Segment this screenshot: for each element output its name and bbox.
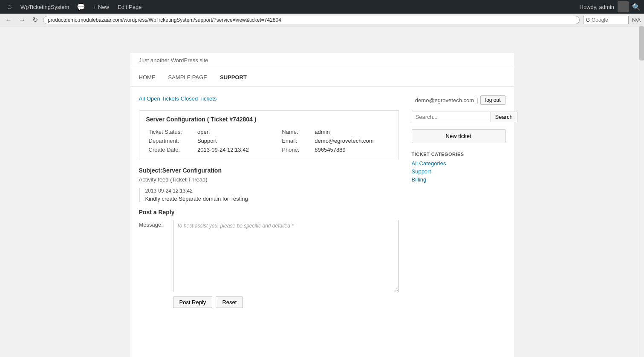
status-value: open: [196, 128, 264, 136]
thread-date: 2013-09-24 12:13:42: [145, 188, 399, 194]
email-value: demo@egrovetech.com: [313, 137, 390, 145]
name-value: admin: [313, 128, 390, 136]
thread-message: Kindly create Separate domain for Testin…: [145, 196, 399, 202]
category-all[interactable]: All Categories: [412, 160, 505, 167]
filter-all[interactable]: All: [139, 95, 145, 102]
new-ticket-button[interactable]: New ticket: [412, 129, 505, 143]
department-label: Department:: [147, 137, 195, 145]
forward-button[interactable]: →: [17, 15, 27, 25]
adminbar-edit-page-button[interactable]: Edit Page: [114, 4, 145, 10]
adminbar-avatar: [618, 1, 629, 12]
name-label: Name:: [265, 128, 312, 136]
nav-item-home[interactable]: HOME: [139, 72, 156, 82]
scrollbar-thumb[interactable]: [639, 26, 644, 60]
category-billing[interactable]: Billing: [412, 176, 505, 183]
filter-open[interactable]: Open Tickets: [147, 95, 179, 102]
na-label: N/A: [632, 17, 641, 23]
sidebar-search-button[interactable]: Search: [491, 112, 517, 122]
status-label: Ticket Status:: [147, 128, 195, 136]
site-tagline: Just another WordPress site: [139, 57, 208, 63]
adminbar-search-icon[interactable]: 🔍: [632, 3, 641, 11]
sidebar-user-email: demo@egrovetech.com: [415, 97, 474, 104]
filter-closed[interactable]: Closed Tickets: [181, 95, 217, 102]
back-button[interactable]: ←: [3, 15, 14, 25]
search-engine-icon: G: [586, 17, 590, 23]
phone-label: Phone:: [265, 146, 312, 154]
reply-textarea[interactable]: [173, 220, 399, 292]
scrollbar-track[interactable]: [639, 26, 644, 357]
nav-item-sample-page[interactable]: SAMPLE PAGE: [168, 72, 208, 82]
adminbar-comments-icon[interactable]: 💬: [74, 3, 88, 11]
adminbar-howdy-text: Howdy, admin: [580, 4, 614, 10]
categories-title: TICKET CATEGORIES: [412, 152, 505, 157]
nav-item-support[interactable]: SUPPORT: [220, 72, 247, 82]
message-label: Message:: [139, 220, 169, 228]
wordpress-logo-icon[interactable]: ○: [3, 1, 15, 13]
reset-button[interactable]: Reset: [216, 297, 243, 308]
post-reply-heading: Post a Reply: [139, 209, 399, 216]
thread-item: 2013-09-24 12:13:42 Kindly create Separa…: [139, 188, 399, 202]
adminbar-new-icon: +: [93, 4, 96, 10]
logout-button[interactable]: log out: [480, 95, 505, 105]
subject-heading: Subject:Server Configuration: [139, 167, 399, 174]
url-bar[interactable]: [43, 16, 580, 24]
ticket-title: Server Configuration ( Ticket #742804 ): [146, 116, 392, 123]
phone-value: 8965457889: [313, 146, 390, 154]
adminbar-new-label: New: [98, 4, 109, 10]
activity-label: Activity feed (Ticket Thread): [139, 176, 399, 183]
email-label: Email:: [265, 137, 312, 145]
adminbar-new-button[interactable]: + New: [90, 4, 113, 10]
reload-button[interactable]: ↻: [31, 15, 40, 25]
category-support[interactable]: Support: [412, 168, 505, 175]
browser-search-input[interactable]: [592, 17, 626, 23]
create-date-value: 2013-09-24 12:13:42: [196, 146, 264, 154]
sidebar-search-input[interactable]: [412, 112, 491, 122]
adminbar-site-name[interactable]: WpTicketingSystem: [17, 4, 72, 10]
department-value: Support: [196, 137, 264, 145]
create-date-label: Create Date:: [147, 146, 195, 154]
post-reply-button[interactable]: Post Reply: [173, 297, 213, 308]
